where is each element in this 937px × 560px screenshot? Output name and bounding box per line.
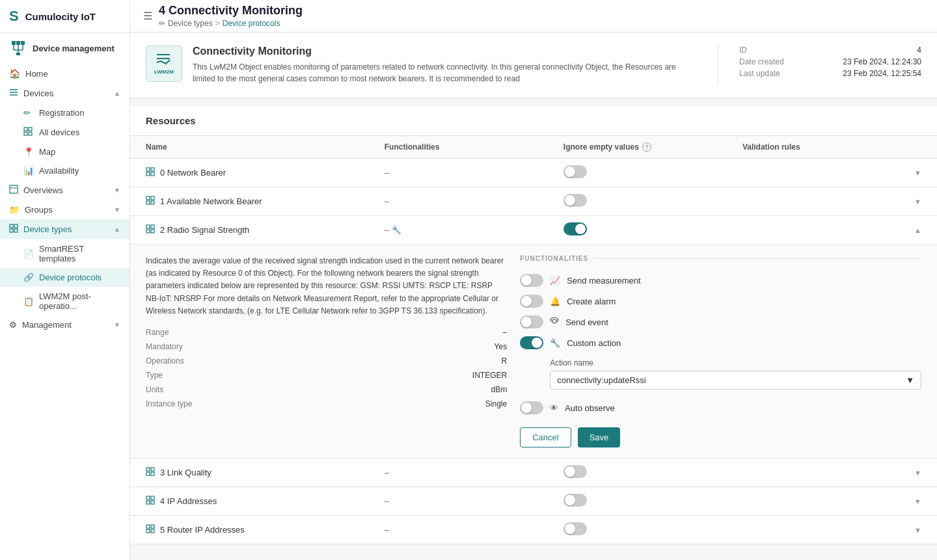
func-custom-action-toggle[interactable] (520, 336, 543, 349)
sidebar-item-registration[interactable]: ✏ Registration (0, 103, 129, 122)
sidebar-item-management[interactable]: ⚙ Management ▼ (0, 315, 129, 334)
prop-range: Range – (146, 327, 507, 338)
lwm2m-label: LWM2M post-operatio... (39, 291, 120, 311)
svg-rect-45 (146, 525, 150, 528)
sidebar-item-lwm2m[interactable]: 📋 LWM2M post-operatio... (0, 287, 129, 315)
prop-instance-type: Instance type Single (146, 398, 507, 410)
send-measurement-label: Send measurement (567, 276, 640, 286)
sidebar-item-availability[interactable]: 📊 Availability (0, 161, 129, 180)
func-auto-observe-toggle[interactable] (520, 401, 543, 414)
resource-3-func: – (385, 468, 564, 477)
sidebar-item-home[interactable]: 🏠 Home (0, 64, 129, 83)
resource-2-toggle[interactable] (564, 222, 587, 235)
resource-2-edit-icon[interactable]: 🔧 (392, 226, 401, 235)
resource-row-2: 2 Radio Signal Strength – 🔧 ▲ (130, 216, 937, 459)
map-icon: 📍 (23, 147, 34, 157)
send-measurement-icon: 📈 (550, 276, 560, 286)
breadcrumb-device-protocols[interactable]: Device protocols (223, 19, 280, 28)
all-devices-icon (23, 127, 34, 138)
svg-rect-39 (146, 472, 150, 475)
prop-range-value: – (502, 328, 507, 337)
sidebar-item-map[interactable]: 📍 Map (0, 142, 129, 161)
last-update-value: 23 Feb 2024, 12:25:54 (843, 69, 921, 78)
resource-4-name: 4 IP Addresses (160, 496, 217, 506)
detail-divider (718, 46, 718, 85)
sidebar-item-groups[interactable]: 📁 Groups ▼ (0, 200, 129, 219)
resource-3-toggle[interactable] (564, 465, 587, 478)
svg-rect-26 (146, 172, 150, 176)
breadcrumb: ✏ Device types > Device protocols (159, 19, 303, 28)
registration-label: Registration (39, 108, 84, 118)
resource-2-func: – 🔧 (385, 225, 564, 235)
availability-icon: 📊 (23, 166, 34, 176)
func-create-alarm-toggle[interactable] (520, 295, 543, 308)
device-types-label: Device types (23, 224, 72, 234)
resource-1-chevron: ▼ (914, 198, 921, 206)
device-management-header: Device management (0, 33, 129, 64)
action-name-section: Action name connectivity:updateRssi ▼ (520, 358, 921, 390)
resource-5-func: – (385, 525, 564, 535)
resource-row-0-main[interactable]: 0 Network Bearer – ▼ (130, 159, 937, 187)
resource-row-1-main[interactable]: 1 Available Network Bearer – ▼ (130, 187, 937, 215)
resource-0-toggle[interactable] (564, 165, 587, 178)
svg-rect-40 (151, 472, 154, 475)
sidebar-item-all-devices[interactable]: All devices (0, 122, 129, 142)
sidebar-item-devices[interactable]: Devices ▲ (0, 83, 129, 103)
func-send-event-toggle[interactable] (520, 315, 543, 328)
resource-2-ignore[interactable] (564, 222, 742, 237)
resource-1-ignore[interactable] (564, 194, 742, 209)
resources-header: Resources (130, 106, 937, 136)
resources-section: Resources Name Functionalities Ignore em… (130, 106, 937, 544)
resource-row-2-main[interactable]: 2 Radio Signal Strength – 🔧 ▲ (130, 216, 937, 244)
breadcrumb-separator: > (215, 19, 220, 28)
svg-rect-41 (146, 496, 150, 500)
svg-rect-35 (151, 230, 154, 233)
resource-row-5-main[interactable]: 5 Router IP Addresses – ▼ (130, 516, 937, 544)
smartrest-icon: 📄 (23, 249, 34, 259)
save-button[interactable]: Save (578, 427, 621, 447)
sidebar-item-label: Home (25, 69, 48, 79)
resources-table-header: Name Functionalities Ignore empty values… (130, 136, 937, 159)
resource-4-ignore[interactable] (564, 494, 742, 509)
breadcrumb-icon: ✏ (159, 19, 165, 28)
resource-1-toggle[interactable] (564, 194, 587, 207)
svg-rect-1 (16, 41, 20, 45)
resource-1-icon (146, 196, 155, 207)
cancel-button[interactable]: Cancel (520, 427, 571, 447)
sidebar-item-device-types[interactable]: Device types ▲ (0, 219, 129, 239)
prop-instance-type-label: Instance type (146, 399, 192, 408)
all-devices-label: All devices (39, 127, 79, 137)
prop-range-label: Range (146, 328, 169, 337)
resource-5-ignore[interactable] (564, 522, 742, 537)
resource-0-validation: ▼ (742, 169, 921, 177)
resource-5-toggle[interactable] (564, 522, 587, 535)
svg-rect-28 (146, 196, 150, 200)
ignore-info-icon[interactable]: ? (642, 142, 651, 152)
resource-3-ignore[interactable] (564, 465, 742, 480)
sidebar-item-device-protocols[interactable]: 🔗 Device protocols (0, 268, 129, 287)
svg-rect-29 (151, 196, 154, 200)
resource-row-4: 4 IP Addresses – ▼ (130, 487, 937, 516)
registration-icon: ✏ (23, 108, 34, 118)
main-content: ☰ 4 Connectivity Monitoring ✏ Device typ… (130, 0, 937, 560)
svg-rect-15 (29, 132, 32, 135)
svg-rect-38 (151, 468, 154, 471)
resource-row-3-main[interactable]: 3 Link Quality – ▼ (130, 459, 937, 487)
resource-4-func: – (385, 496, 564, 506)
resource-3-chevron: ▼ (914, 469, 921, 477)
prop-operations-value: R (501, 356, 507, 366)
resource-0-ignore[interactable] (564, 165, 742, 180)
svg-rect-33 (151, 225, 154, 228)
send-event-label: Send event (565, 317, 608, 327)
app-logo-icon: S (9, 8, 19, 25)
resources-title: Resources (146, 115, 196, 126)
resource-2-expanded: Indicates the average value of the recei… (130, 244, 937, 458)
func-send-measurement-toggle[interactable] (520, 274, 543, 287)
menu-icon[interactable]: ☰ (143, 10, 152, 22)
action-name-select[interactable]: connectivity:updateRssi ▼ (550, 371, 921, 390)
protocol-detail-card: LWM2M Connectivity Monitoring This LwM2M… (130, 33, 937, 98)
sidebar-item-overviews[interactable]: Overviews ▼ (0, 180, 129, 200)
resource-row-4-main[interactable]: 4 IP Addresses – ▼ (130, 487, 937, 515)
resource-4-toggle[interactable] (564, 494, 587, 507)
sidebar-item-smartrest[interactable]: 📄 SmartREST templates (0, 239, 129, 268)
